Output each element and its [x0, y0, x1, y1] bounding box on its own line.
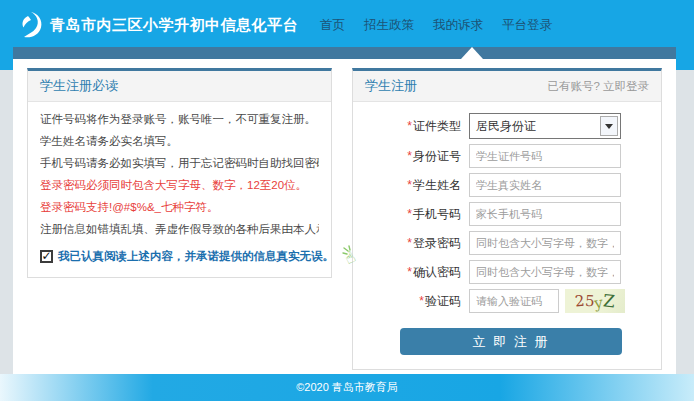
register-panel-title: 学生注册	[365, 77, 417, 95]
notice-list: 证件号码将作为登录账号，账号唯一，不可重复注册。学生姓名请务必实名填写。手机号码…	[28, 102, 331, 277]
id-type-select[interactable]: 居民身份证	[469, 113, 621, 139]
active-nav-pointer	[461, 47, 483, 59]
required-asterisk: *	[407, 149, 412, 163]
field-label-id-number: *身份证号	[365, 148, 461, 165]
register-submit-button[interactable]: 立 即 注 册	[400, 328, 622, 355]
main-nav: 首页招生政策我的诉求平台登录	[320, 17, 552, 34]
student-name-input[interactable]	[469, 173, 621, 197]
notice-panel: 学生注册必读 证件号码将作为登录账号，账号唯一，不可重复注册。学生姓名请务必实名…	[27, 68, 332, 278]
password-input[interactable]	[469, 231, 621, 255]
copyright-text: ©2020 青岛市教育局	[296, 380, 398, 395]
notice-item: 登录密码支持!@#$%&_七种字符。	[40, 201, 319, 214]
nav-underline-bar	[13, 47, 676, 59]
nav-item-appeal[interactable]: 我的诉求	[433, 17, 483, 34]
page-title: 青岛市内三区小学升初中信息化平台	[50, 16, 298, 35]
field-label-student-name: *学生姓名	[365, 177, 461, 194]
field-label-phone: *手机号码	[365, 206, 461, 223]
chevron-down-icon	[600, 116, 618, 136]
pointing-hand-icon: ☝	[341, 245, 363, 267]
form-row-student-name: *学生姓名	[365, 173, 649, 197]
notice-panel-title: 学生注册必读	[40, 77, 118, 95]
captcha-char: Z	[602, 292, 616, 310]
captcha-input[interactable]	[469, 289, 559, 313]
agreement-checkbox[interactable]	[40, 250, 53, 263]
notice-item: 登录密码必须同时包含大写字母、数字，12至20位。	[40, 179, 319, 192]
field-label-confirm-password: *确认密码	[365, 264, 461, 281]
register-form: *证件类型居民身份证*身份证号*学生姓名*手机号码*登录密码*确认密码*验证码2…	[353, 102, 661, 369]
confirm-password-input[interactable]	[469, 260, 621, 284]
notice-item: 手机号码请务必如实填写，用于忘记密码时自助找回密码。	[40, 157, 319, 170]
register-panel: 学生注册 已有账号? 立即登录 *证件类型居民身份证*身份证号*学生姓名*手机号…	[352, 68, 662, 370]
form-row-password: *登录密码	[365, 231, 649, 255]
field-label-password: *登录密码	[365, 235, 461, 252]
notice-item: 学生姓名请务必实名填写。	[40, 135, 319, 148]
form-row-confirm-password: *确认密码	[365, 260, 649, 284]
notice-item: 证件号码将作为登录账号，账号唯一，不可重复注册。	[40, 113, 319, 126]
id-number-input[interactable]	[469, 144, 621, 168]
have-account-text: 已有账号?	[547, 80, 599, 92]
form-row-id-type: *证件类型居民身份证	[365, 113, 649, 139]
nav-item-login[interactable]: 平台登录	[502, 17, 552, 34]
field-label-id-type: *证件类型	[365, 118, 461, 135]
required-asterisk: *	[407, 119, 412, 133]
required-asterisk: *	[407, 265, 412, 279]
nav-item-home[interactable]: 首页	[320, 17, 345, 34]
site-footer: ©2020 青岛市教育局	[0, 374, 694, 401]
content-card: 学生注册必读 证件号码将作为登录账号，账号唯一，不可重复注册。学生姓名请务必实名…	[13, 47, 676, 374]
captcha-image[interactable]: 25yZ	[565, 289, 625, 313]
nav-item-policy[interactable]: 招生政策	[364, 17, 414, 34]
required-asterisk: *	[407, 236, 412, 250]
notice-item: 注册信息如错填乱填、弄虚作假导致的各种后果由本人承担。	[40, 223, 319, 236]
form-row-captcha: *验证码25yZ	[365, 289, 649, 313]
field-label-captcha: *验证码	[365, 293, 461, 310]
required-asterisk: *	[407, 178, 412, 192]
id-type-select-value: 居民身份证	[470, 118, 600, 135]
required-asterisk: *	[407, 207, 412, 221]
have-account-hint: 已有账号? 立即登录	[547, 79, 649, 94]
form-row-phone: *手机号码	[365, 202, 649, 226]
phone-input[interactable]	[469, 202, 621, 226]
form-row-id-number: *身份证号	[365, 144, 649, 168]
agreement-row: 我已认真阅读上述内容，并承诺提供的信息真实无误。☝	[40, 245, 319, 267]
agreement-text: 我已认真阅读上述内容，并承诺提供的信息真实无误。	[58, 249, 334, 264]
login-link[interactable]: 立即登录	[603, 80, 649, 92]
required-asterisk: *	[419, 294, 424, 308]
platform-logo-icon	[17, 10, 43, 40]
